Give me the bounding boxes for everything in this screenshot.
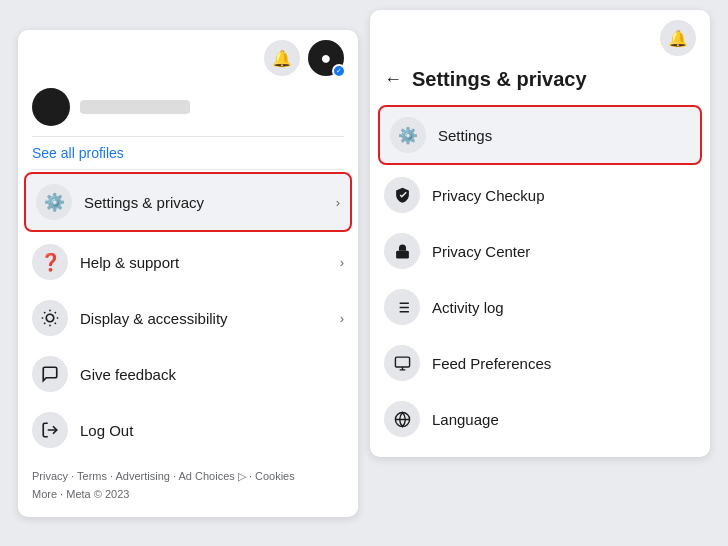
right-menu-item-privacy-checkup[interactable]: Privacy Checkup [370,167,710,223]
right-settings-icon: ⚙️ [390,117,426,153]
right-language-label: Language [432,411,499,428]
display-icon [32,300,68,336]
see-all-profiles-link[interactable]: See all profiles [18,137,358,169]
menu-item-logout[interactable]: Log Out [18,402,358,458]
right-menu-item-activity-log[interactable]: Activity log [370,279,710,335]
right-language-icon [384,401,420,437]
right-panel-title: Settings & privacy [412,68,587,91]
user-row [18,82,358,136]
menu-item-give-feedback[interactable]: Give feedback [18,346,358,402]
give-feedback-icon [32,356,68,392]
help-support-icon: ❓ [32,244,68,280]
right-menu-item-feed-preferences[interactable]: Feed Preferences [370,335,710,391]
right-activity-log-icon [384,289,420,325]
right-activity-log-label: Activity log [432,299,504,316]
help-support-label: Help & support [80,254,328,271]
logout-label: Log Out [80,422,344,439]
footer-line-1: Privacy · Terms · Advertising · Ad Choic… [32,468,344,486]
bell-icon-right[interactable]: 🔔 [660,20,696,56]
left-menu-panel: 🔔 ● ✓ See all profiles ⚙️ Settings & pri… [18,30,358,517]
help-support-chevron: › [340,255,344,270]
settings-privacy-label: Settings & privacy [84,194,324,211]
svg-point-0 [46,314,54,322]
avatar-check-badge: ✓ [332,64,346,78]
right-menu-panel: 🔔 ← Settings & privacy ⚙️ Settings Priva… [370,10,710,457]
right-settings-label: Settings [438,127,492,144]
left-top-bar: 🔔 ● ✓ [18,30,358,82]
back-button[interactable]: ← [384,69,402,90]
right-menu-item-privacy-center[interactable]: Privacy Center [370,223,710,279]
settings-privacy-icon: ⚙️ [36,184,72,220]
user-avatar-small [32,88,70,126]
svg-line-7 [44,323,45,324]
svg-rect-10 [396,250,409,258]
right-menu-item-language[interactable]: Language [370,391,710,447]
svg-rect-17 [395,357,409,367]
svg-line-8 [55,312,56,313]
right-top-bar: 🔔 [370,10,710,62]
right-privacy-center-icon [384,233,420,269]
footer-line-2: More · Meta © 2023 [32,486,344,504]
right-panel-header: ← Settings & privacy [370,62,710,103]
give-feedback-label: Give feedback [80,366,344,383]
display-chevron: › [340,311,344,326]
right-privacy-checkup-icon [384,177,420,213]
menu-item-settings-privacy[interactable]: ⚙️ Settings & privacy › [24,172,352,232]
svg-line-3 [44,312,45,313]
display-label: Display & accessibility [80,310,328,327]
svg-line-4 [55,323,56,324]
right-feed-preferences-label: Feed Preferences [432,355,551,372]
right-feed-preferences-icon [384,345,420,381]
menu-item-help-support[interactable]: ❓ Help & support › [18,234,358,290]
menu-item-display[interactable]: Display & accessibility › [18,290,358,346]
logout-icon [32,412,68,448]
settings-privacy-chevron: › [336,195,340,210]
footer-links: Privacy · Terms · Advertising · Ad Choic… [18,458,358,507]
right-privacy-center-label: Privacy Center [432,243,530,260]
right-privacy-checkup-label: Privacy Checkup [432,187,545,204]
divider-2 [32,169,344,170]
user-avatar-left[interactable]: ● ✓ [308,40,344,76]
bell-icon-left[interactable]: 🔔 [264,40,300,76]
user-name-placeholder [80,100,190,114]
right-menu-item-settings[interactable]: ⚙️ Settings [378,105,702,165]
